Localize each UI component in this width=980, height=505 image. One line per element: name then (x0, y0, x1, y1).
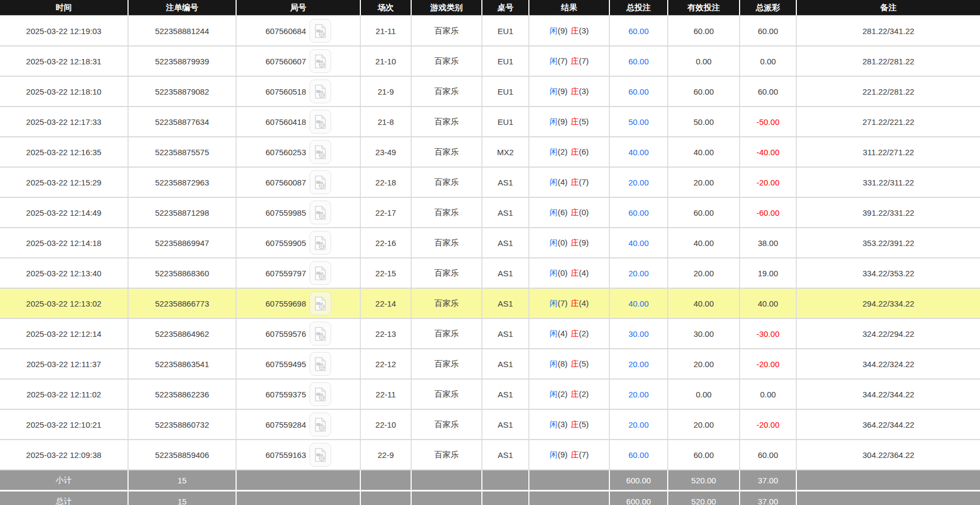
round-number-text: 607559375 (265, 390, 306, 399)
cell-game-type: 百家乐 (411, 409, 482, 440)
banker-result: 庄(3) (571, 87, 589, 96)
cell-time: 2025-03-22 12:15:29 (0, 167, 128, 197)
cell-payout: -20.00 (740, 349, 796, 379)
cell-session: 22-11 (360, 379, 411, 409)
column-header: 注单编号 (128, 0, 236, 16)
cell-round-number: 607559284 (236, 409, 360, 440)
video-replay-button[interactable] (310, 201, 331, 224)
video-replay-button[interactable] (310, 352, 331, 376)
summary-empty-round (236, 491, 360, 505)
cell-time: 2025-03-22 12:16:35 (0, 137, 128, 167)
player-result: 闲(2) (549, 147, 567, 156)
table-row: 2025-03-22 12:10:21 522358860732 6075592… (0, 409, 980, 440)
cell-payout: -60.00 (740, 197, 796, 228)
cell-remark: 294.22/334.22 (796, 288, 980, 318)
cell-time: 2025-03-22 12:17:33 (0, 107, 128, 137)
cell-bet-number: 522358879082 (128, 76, 236, 107)
summary-row: 小计 15 600.00 520.00 37.00 (0, 470, 980, 491)
cell-remark: 334.22/353.22 (796, 258, 980, 288)
video-replay-button[interactable] (310, 291, 331, 315)
cell-table-number: AS1 (482, 258, 529, 288)
cell-round-number: 607559495 (236, 349, 360, 379)
video-replay-button[interactable] (310, 49, 331, 73)
player-result: 闲(0) (549, 238, 567, 247)
round-number-text: 607560253 (265, 148, 306, 157)
round-number-text: 607560518 (265, 87, 306, 96)
cell-round-number: 607559163 (236, 440, 360, 470)
bet-records-table: 时间 注单编号 局号 场次 游戏类别 桌号 结果 总投注 有效投注 总派彩 备注… (0, 0, 980, 505)
cell-round-number: 607560418 (236, 107, 360, 137)
table-row: 2025-03-22 12:11:37 522358863541 6075594… (0, 349, 980, 379)
cell-time: 2025-03-22 12:14:18 (0, 228, 128, 258)
table-header-row: 时间 注单编号 局号 场次 游戏类别 桌号 结果 总投注 有效投注 总派彩 备注 (0, 0, 980, 16)
cell-session: 22-16 (360, 228, 411, 258)
cell-session: 22-9 (360, 440, 411, 470)
round-number-text: 607560684 (265, 26, 306, 36)
cell-total-bet: 60.00 (609, 197, 668, 228)
cell-game-type: 百家乐 (411, 137, 482, 167)
cell-round-number: 607559576 (236, 318, 360, 349)
video-replay-button[interactable] (310, 140, 331, 164)
video-file-icon (314, 417, 326, 432)
video-replay-button[interactable] (310, 110, 331, 134)
cell-valid-bet: 0.00 (668, 46, 740, 76)
video-replay-button[interactable] (310, 19, 331, 43)
cell-round-number: 607559797 (236, 258, 360, 288)
cell-game-type: 百家乐 (411, 318, 482, 349)
cell-total-bet: 20.00 (609, 349, 668, 379)
cell-bet-number: 522358862236 (128, 379, 236, 409)
cell-bet-number: 522358860732 (128, 409, 236, 440)
cell-total-bet: 60.00 (609, 440, 668, 470)
video-replay-button[interactable] (310, 443, 331, 467)
table-row: 2025-03-22 12:13:02 522358866773 6075596… (0, 288, 980, 318)
round-number-text: 607560607 (265, 57, 306, 66)
video-replay-button[interactable] (310, 413, 331, 436)
video-replay-button[interactable] (310, 322, 331, 345)
cell-result: 闲(2)庄(2) (529, 379, 609, 409)
cell-round-number: 607560518 (236, 76, 360, 107)
cell-time: 2025-03-22 12:11:37 (0, 349, 128, 379)
summary-empty-session (360, 470, 411, 491)
banker-result: 庄(7) (571, 177, 589, 187)
cell-session: 22-15 (360, 258, 411, 288)
cell-session: 22-17 (360, 197, 411, 228)
table-row: 2025-03-22 12:11:02 522358862236 6075593… (0, 379, 980, 409)
column-header: 场次 (360, 0, 411, 16)
cell-table-number: AS1 (482, 440, 529, 470)
banker-result: 庄(5) (571, 117, 589, 126)
banker-result: 庄(0) (571, 208, 589, 217)
cell-game-type: 百家乐 (411, 349, 482, 379)
player-result: 闲(6) (549, 208, 567, 217)
cell-remark: 281.22/341.22 (796, 16, 980, 46)
table-row: 2025-03-22 12:09:38 522358859406 6075591… (0, 440, 980, 470)
cell-round-number: 607559985 (236, 197, 360, 228)
summary-empty-result (529, 470, 609, 491)
summary-empty-round (236, 470, 360, 491)
cell-valid-bet: 20.00 (668, 258, 740, 288)
video-replay-button[interactable] (310, 170, 331, 194)
cell-result: 闲(4)庄(2) (529, 318, 609, 349)
video-replay-button[interactable] (310, 231, 331, 255)
cell-time: 2025-03-22 12:10:21 (0, 409, 128, 440)
banker-result: 庄(9) (571, 238, 589, 247)
cell-bet-number: 522358868360 (128, 258, 236, 288)
summary-valid-bet: 520.00 (668, 470, 740, 491)
video-replay-button[interactable] (310, 261, 331, 285)
column-header: 有效投注 (668, 0, 740, 16)
video-replay-button[interactable] (310, 382, 331, 406)
summary-count: 15 (128, 470, 236, 491)
summary-empty-remark (796, 491, 980, 505)
table-row: 2025-03-22 12:19:03 522358881244 6075606… (0, 16, 980, 46)
video-file-icon (314, 266, 326, 281)
cell-time: 2025-03-22 12:11:02 (0, 379, 128, 409)
cell-session: 21-9 (360, 76, 411, 107)
cell-time: 2025-03-22 12:09:38 (0, 440, 128, 470)
cell-session: 21-11 (360, 16, 411, 46)
summary-empty-remark (796, 470, 980, 491)
cell-valid-bet: 20.00 (668, 409, 740, 440)
video-replay-button[interactable] (310, 79, 331, 103)
summary-empty-game-type (411, 470, 482, 491)
round-number-text: 607559905 (265, 238, 306, 248)
video-file-icon (314, 115, 326, 129)
cell-table-number: AS1 (482, 167, 529, 197)
